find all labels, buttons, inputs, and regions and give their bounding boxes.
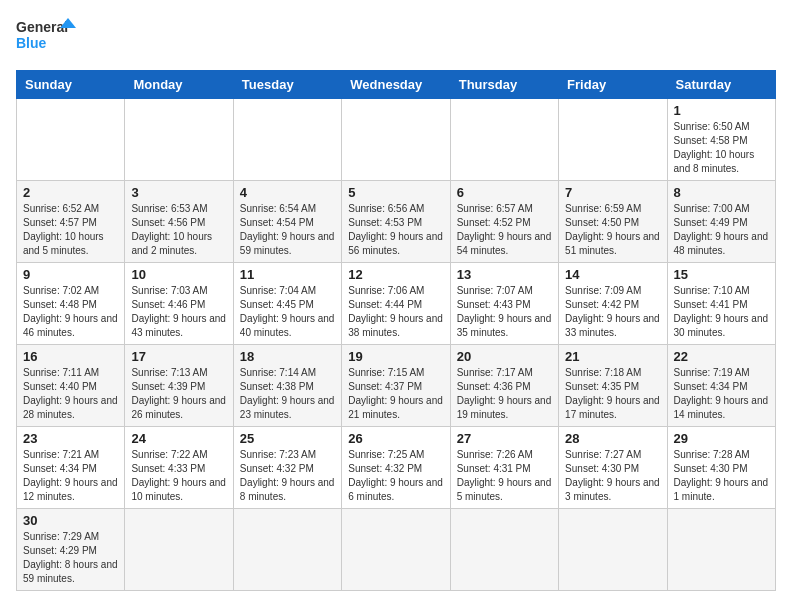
- day-info: Sunrise: 7:25 AM Sunset: 4:32 PM Dayligh…: [348, 448, 443, 504]
- calendar-cell: 29Sunrise: 7:28 AM Sunset: 4:30 PM Dayli…: [667, 427, 775, 509]
- calendar-cell: 2Sunrise: 6:52 AM Sunset: 4:57 PM Daylig…: [17, 181, 125, 263]
- col-header-thursday: Thursday: [450, 71, 558, 99]
- day-info: Sunrise: 7:02 AM Sunset: 4:48 PM Dayligh…: [23, 284, 118, 340]
- day-number: 23: [23, 431, 118, 446]
- day-info: Sunrise: 7:28 AM Sunset: 4:30 PM Dayligh…: [674, 448, 769, 504]
- day-info: Sunrise: 7:04 AM Sunset: 4:45 PM Dayligh…: [240, 284, 335, 340]
- day-info: Sunrise: 7:09 AM Sunset: 4:42 PM Dayligh…: [565, 284, 660, 340]
- calendar-cell: 11Sunrise: 7:04 AM Sunset: 4:45 PM Dayli…: [233, 263, 341, 345]
- day-info: Sunrise: 7:27 AM Sunset: 4:30 PM Dayligh…: [565, 448, 660, 504]
- calendar-cell: 25Sunrise: 7:23 AM Sunset: 4:32 PM Dayli…: [233, 427, 341, 509]
- calendar-cell: 24Sunrise: 7:22 AM Sunset: 4:33 PM Dayli…: [125, 427, 233, 509]
- day-number: 28: [565, 431, 660, 446]
- day-number: 18: [240, 349, 335, 364]
- day-info: Sunrise: 7:00 AM Sunset: 4:49 PM Dayligh…: [674, 202, 769, 258]
- day-number: 24: [131, 431, 226, 446]
- calendar-cell: [233, 99, 341, 181]
- calendar-cell: 4Sunrise: 6:54 AM Sunset: 4:54 PM Daylig…: [233, 181, 341, 263]
- calendar-cell: 17Sunrise: 7:13 AM Sunset: 4:39 PM Dayli…: [125, 345, 233, 427]
- calendar-week-row: 30Sunrise: 7:29 AM Sunset: 4:29 PM Dayli…: [17, 509, 776, 591]
- day-number: 7: [565, 185, 660, 200]
- calendar-cell: 14Sunrise: 7:09 AM Sunset: 4:42 PM Dayli…: [559, 263, 667, 345]
- calendar-cell: 23Sunrise: 7:21 AM Sunset: 4:34 PM Dayli…: [17, 427, 125, 509]
- svg-text:General: General: [16, 19, 68, 35]
- logo-svg: General Blue: [16, 16, 76, 60]
- calendar-cell: [450, 99, 558, 181]
- day-number: 6: [457, 185, 552, 200]
- calendar-cell: [125, 509, 233, 591]
- day-info: Sunrise: 6:57 AM Sunset: 4:52 PM Dayligh…: [457, 202, 552, 258]
- day-number: 12: [348, 267, 443, 282]
- calendar-cell: 7Sunrise: 6:59 AM Sunset: 4:50 PM Daylig…: [559, 181, 667, 263]
- day-number: 30: [23, 513, 118, 528]
- day-number: 22: [674, 349, 769, 364]
- calendar-cell: 22Sunrise: 7:19 AM Sunset: 4:34 PM Dayli…: [667, 345, 775, 427]
- calendar-cell: [17, 99, 125, 181]
- day-number: 26: [348, 431, 443, 446]
- calendar-cell: [125, 99, 233, 181]
- day-number: 19: [348, 349, 443, 364]
- calendar-week-row: 16Sunrise: 7:11 AM Sunset: 4:40 PM Dayli…: [17, 345, 776, 427]
- day-number: 21: [565, 349, 660, 364]
- day-number: 17: [131, 349, 226, 364]
- calendar-cell: 19Sunrise: 7:15 AM Sunset: 4:37 PM Dayli…: [342, 345, 450, 427]
- day-info: Sunrise: 7:18 AM Sunset: 4:35 PM Dayligh…: [565, 366, 660, 422]
- day-number: 15: [674, 267, 769, 282]
- calendar-week-row: 23Sunrise: 7:21 AM Sunset: 4:34 PM Dayli…: [17, 427, 776, 509]
- day-number: 10: [131, 267, 226, 282]
- day-number: 27: [457, 431, 552, 446]
- day-info: Sunrise: 7:07 AM Sunset: 4:43 PM Dayligh…: [457, 284, 552, 340]
- day-info: Sunrise: 7:26 AM Sunset: 4:31 PM Dayligh…: [457, 448, 552, 504]
- calendar-cell: 20Sunrise: 7:17 AM Sunset: 4:36 PM Dayli…: [450, 345, 558, 427]
- col-header-monday: Monday: [125, 71, 233, 99]
- calendar-cell: [342, 509, 450, 591]
- col-header-wednesday: Wednesday: [342, 71, 450, 99]
- calendar-cell: 18Sunrise: 7:14 AM Sunset: 4:38 PM Dayli…: [233, 345, 341, 427]
- day-info: Sunrise: 7:03 AM Sunset: 4:46 PM Dayligh…: [131, 284, 226, 340]
- calendar-cell: [450, 509, 558, 591]
- day-info: Sunrise: 7:29 AM Sunset: 4:29 PM Dayligh…: [23, 530, 118, 586]
- day-info: Sunrise: 7:14 AM Sunset: 4:38 PM Dayligh…: [240, 366, 335, 422]
- calendar-cell: [667, 509, 775, 591]
- day-number: 14: [565, 267, 660, 282]
- calendar-cell: 5Sunrise: 6:56 AM Sunset: 4:53 PM Daylig…: [342, 181, 450, 263]
- calendar-week-row: 1Sunrise: 6:50 AM Sunset: 4:58 PM Daylig…: [17, 99, 776, 181]
- col-header-tuesday: Tuesday: [233, 71, 341, 99]
- day-info: Sunrise: 6:52 AM Sunset: 4:57 PM Dayligh…: [23, 202, 118, 258]
- day-number: 8: [674, 185, 769, 200]
- day-number: 16: [23, 349, 118, 364]
- day-info: Sunrise: 7:19 AM Sunset: 4:34 PM Dayligh…: [674, 366, 769, 422]
- calendar-cell: [342, 99, 450, 181]
- calendar-cell: 6Sunrise: 6:57 AM Sunset: 4:52 PM Daylig…: [450, 181, 558, 263]
- col-header-friday: Friday: [559, 71, 667, 99]
- logo: General Blue: [16, 16, 76, 60]
- calendar-cell: 10Sunrise: 7:03 AM Sunset: 4:46 PM Dayli…: [125, 263, 233, 345]
- day-info: Sunrise: 7:11 AM Sunset: 4:40 PM Dayligh…: [23, 366, 118, 422]
- svg-text:Blue: Blue: [16, 35, 47, 51]
- day-info: Sunrise: 7:23 AM Sunset: 4:32 PM Dayligh…: [240, 448, 335, 504]
- calendar-cell: [559, 99, 667, 181]
- day-info: Sunrise: 7:13 AM Sunset: 4:39 PM Dayligh…: [131, 366, 226, 422]
- day-info: Sunrise: 7:06 AM Sunset: 4:44 PM Dayligh…: [348, 284, 443, 340]
- calendar-cell: 21Sunrise: 7:18 AM Sunset: 4:35 PM Dayli…: [559, 345, 667, 427]
- day-number: 1: [674, 103, 769, 118]
- calendar-cell: 28Sunrise: 7:27 AM Sunset: 4:30 PM Dayli…: [559, 427, 667, 509]
- calendar-week-row: 2Sunrise: 6:52 AM Sunset: 4:57 PM Daylig…: [17, 181, 776, 263]
- day-number: 4: [240, 185, 335, 200]
- day-info: Sunrise: 6:54 AM Sunset: 4:54 PM Dayligh…: [240, 202, 335, 258]
- calendar-cell: 15Sunrise: 7:10 AM Sunset: 4:41 PM Dayli…: [667, 263, 775, 345]
- day-info: Sunrise: 6:56 AM Sunset: 4:53 PM Dayligh…: [348, 202, 443, 258]
- day-number: 20: [457, 349, 552, 364]
- day-number: 3: [131, 185, 226, 200]
- page-header: General Blue: [16, 16, 776, 60]
- day-number: 29: [674, 431, 769, 446]
- day-info: Sunrise: 6:50 AM Sunset: 4:58 PM Dayligh…: [674, 120, 769, 176]
- calendar-cell: 3Sunrise: 6:53 AM Sunset: 4:56 PM Daylig…: [125, 181, 233, 263]
- day-number: 5: [348, 185, 443, 200]
- calendar-table: SundayMondayTuesdayWednesdayThursdayFrid…: [16, 70, 776, 591]
- day-info: Sunrise: 7:22 AM Sunset: 4:33 PM Dayligh…: [131, 448, 226, 504]
- calendar-cell: 13Sunrise: 7:07 AM Sunset: 4:43 PM Dayli…: [450, 263, 558, 345]
- day-info: Sunrise: 7:17 AM Sunset: 4:36 PM Dayligh…: [457, 366, 552, 422]
- calendar-cell: 8Sunrise: 7:00 AM Sunset: 4:49 PM Daylig…: [667, 181, 775, 263]
- calendar-cell: [233, 509, 341, 591]
